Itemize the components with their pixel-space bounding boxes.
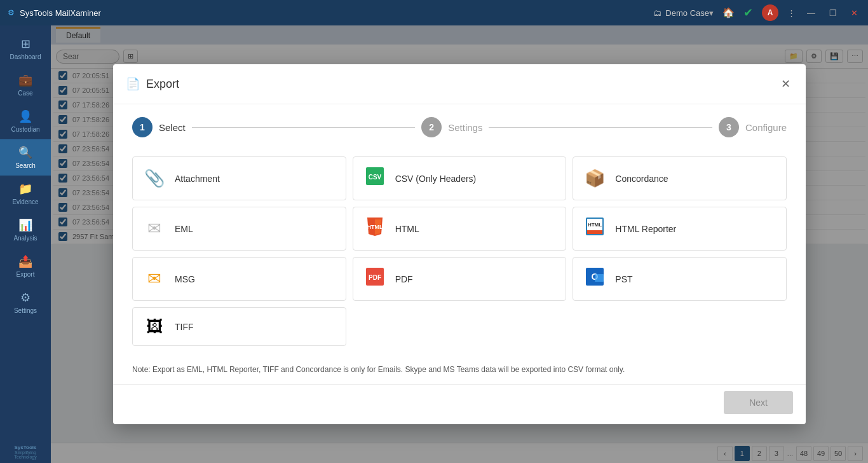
modal-backdrop: 📄 Export ✕ 1 Select 2 xyxy=(51,25,868,463)
eml-icon: ✉ xyxy=(143,219,166,238)
step-2-circle: 2 xyxy=(421,117,442,137)
step-3: 3 Configure xyxy=(719,117,787,137)
tiff-label: TIFF xyxy=(175,322,194,332)
pst-icon: O xyxy=(583,266,606,291)
export-option-eml[interactable]: ✉ EML xyxy=(132,207,346,251)
custodian-icon: 👤 xyxy=(18,109,32,123)
step-line-1 xyxy=(192,127,416,128)
titlebar-actions: ▾ 🏠 ✔ A ⋮ — ❐ ✕ xyxy=(709,4,860,21)
export-option-tiff[interactable]: 🖼 TIFF xyxy=(132,307,346,346)
sidebar-item-dashboard[interactable]: ⊞ Dashboard xyxy=(0,31,51,67)
sidebar: ⊞ Dashboard 💼 Case 👤 Custodian 🔍 Search … xyxy=(0,25,51,463)
step-3-label: Configure xyxy=(745,122,787,133)
export-option-pst[interactable]: O PST xyxy=(573,257,787,301)
app-logo-icon: ⚙ xyxy=(8,8,15,17)
sidebar-label-case: Case xyxy=(18,90,32,97)
pdf-icon: PDF xyxy=(363,266,386,291)
html-label: HTML xyxy=(395,224,419,234)
export-option-html-reporter[interactable]: HTML HTML Reporter xyxy=(573,207,787,251)
concordance-icon: 📦 xyxy=(583,169,606,188)
case-icon: 💼 xyxy=(18,73,32,87)
sidebar-item-custodian[interactable]: 👤 Custodian xyxy=(0,103,51,139)
svg-marker-7 xyxy=(587,230,602,234)
attachment-icon: 📎 xyxy=(143,169,166,188)
sidebar-label-custodian: Custodian xyxy=(11,126,39,133)
export-option-csv[interactable]: CSV CSV (Only Headers) xyxy=(353,156,567,200)
modal-note: Note: Export as EML, HTML Reporter, TIFF… xyxy=(113,359,806,384)
main-layout: ⊞ Dashboard 💼 Case 👤 Custodian 🔍 Search … xyxy=(0,25,868,463)
html-reporter-label: HTML Reporter xyxy=(615,224,676,234)
export-option-msg[interactable]: ✉ MSG xyxy=(132,257,346,301)
minimize-button[interactable]: — xyxy=(804,8,818,18)
avatar[interactable]: A xyxy=(762,4,778,21)
settings-icon: ⚙ xyxy=(20,291,31,305)
sidebar-item-case[interactable]: 💼 Case xyxy=(0,67,51,103)
step-1-label: Select xyxy=(159,122,186,133)
step-2-label: Settings xyxy=(448,122,482,133)
case-info: 🗂 Demo Case xyxy=(653,8,709,18)
msg-icon: ✉ xyxy=(143,269,166,289)
sidebar-item-export[interactable]: 📤 Export xyxy=(0,248,51,284)
sidebar-label-analysis: Analysis xyxy=(13,235,37,242)
export-title-icon: 📄 xyxy=(126,77,140,91)
more-icon[interactable]: ⋮ xyxy=(787,8,796,18)
svg-text:HTML: HTML xyxy=(367,224,383,230)
dropdown-icon[interactable]: ▾ xyxy=(709,8,714,18)
svg-text:PDF: PDF xyxy=(369,274,381,281)
home-icon[interactable]: 🏠 xyxy=(722,7,735,18)
sidebar-item-settings[interactable]: ⚙ Settings xyxy=(0,284,51,321)
case-label: Demo Case xyxy=(665,8,709,18)
step-1: 1 Select xyxy=(132,117,186,137)
maximize-button[interactable]: ❐ xyxy=(827,8,839,18)
modal-title: Export xyxy=(146,78,772,91)
sidebar-label-settings: Settings xyxy=(14,307,37,314)
modal-close-button[interactable]: ✕ xyxy=(778,74,793,93)
modal-footer: Next xyxy=(113,384,806,424)
systools-branding: SysTools Simplifying Technology xyxy=(14,441,36,463)
status-check-icon: ✔ xyxy=(743,6,753,20)
app-title: SysTools MailXaminer xyxy=(20,8,653,18)
sidebar-label-dashboard: Dashboard xyxy=(10,53,41,60)
svg-rect-13 xyxy=(595,274,604,282)
eml-label: EML xyxy=(175,224,193,234)
svg-text:HTML: HTML xyxy=(588,222,602,228)
concordance-label: Concordance xyxy=(615,174,668,184)
msg-label: MSG xyxy=(175,274,195,284)
export-option-attachment[interactable]: 📎 Attachment xyxy=(132,156,346,200)
pdf-label: PDF xyxy=(395,274,413,284)
csv-label: CSV (Only Headers) xyxy=(395,174,477,184)
attachment-label: Attachment xyxy=(175,174,220,184)
step-3-circle: 3 xyxy=(719,117,739,137)
export-option-pdf[interactable]: PDF PDF xyxy=(353,257,567,301)
sidebar-label-search: Search xyxy=(15,162,36,169)
tiff-icon: 🖼 xyxy=(143,317,166,336)
sidebar-item-search[interactable]: 🔍 Search xyxy=(0,139,51,176)
sidebar-item-evidence[interactable]: 📁 Evidence xyxy=(0,176,51,212)
step-1-circle: 1 xyxy=(132,117,153,137)
html-reporter-icon: HTML xyxy=(583,216,606,241)
sidebar-label-export: Export xyxy=(17,271,35,278)
close-button[interactable]: ✕ xyxy=(848,8,860,18)
modal-header: 📄 Export ✕ xyxy=(113,64,806,104)
evidence-icon: 📁 xyxy=(18,182,32,196)
export-modal: 📄 Export ✕ 1 Select 2 xyxy=(113,64,806,424)
step-line-2 xyxy=(489,127,712,128)
export-icon: 📤 xyxy=(18,254,32,268)
svg-text:CSV: CSV xyxy=(368,174,381,181)
sidebar-label-evidence: Evidence xyxy=(12,198,38,205)
export-options-grid: 📎 Attachment CSV CSV (Only Headers) xyxy=(113,150,806,359)
dashboard-icon: ⊞ xyxy=(21,37,31,51)
search-icon: 🔍 xyxy=(18,146,32,160)
stepper: 1 Select 2 Settings 3 xyxy=(113,104,806,150)
export-option-html[interactable]: HTML HTML xyxy=(353,207,567,251)
next-button[interactable]: Next xyxy=(724,391,793,414)
sidebar-item-analysis[interactable]: 📊 Analysis xyxy=(0,212,51,248)
titlebar: ⚙ SysTools MailXaminer 🗂 Demo Case ▾ 🏠 ✔… xyxy=(0,0,868,25)
step-2: 2 Settings xyxy=(421,117,482,137)
content-area: Default ⊞ 📁 ⚙ 💾 ⋯ 07 20:05:51 07 20:05:5… xyxy=(51,25,868,463)
html-icon: HTML xyxy=(363,216,386,241)
case-icon: 🗂 xyxy=(653,8,661,18)
export-option-concordance[interactable]: 📦 Concordance xyxy=(573,156,787,200)
csv-icon: CSV xyxy=(363,166,386,191)
analysis-icon: 📊 xyxy=(18,218,32,232)
